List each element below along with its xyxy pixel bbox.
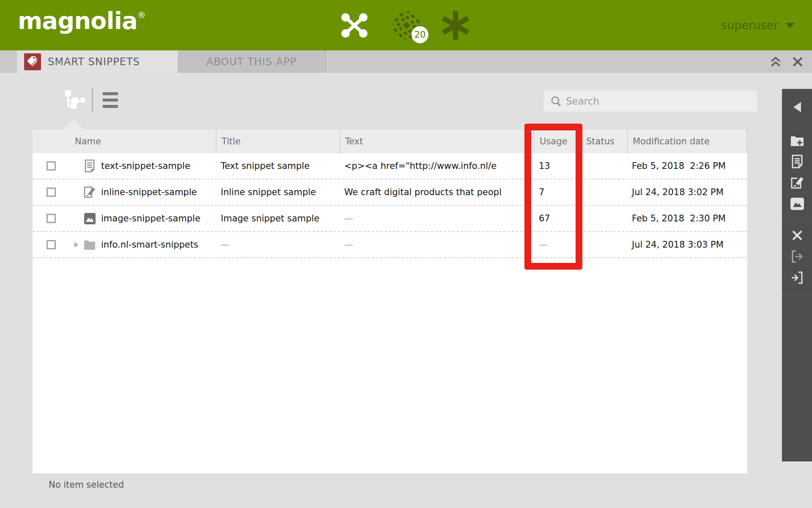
row-name: text-snippet-sample [101,161,190,171]
table-row[interactable]: inline-snippet-sample Inline snippet sam… [33,179,747,206]
list-view-button[interactable] [97,87,123,113]
tab-about-label: ABOUT THIS APP [206,56,296,68]
row-usage: 7 [534,187,580,197]
app-launcher-icon[interactable] [337,0,371,50]
app-header: magnolia® 20 superuser [0,0,812,50]
table-row[interactable]: image-snippet-sample Image snippet sampl… [33,206,747,232]
tree-view-button[interactable] [61,87,88,113]
pulse-badge: 20 [411,26,428,43]
tab-bar: SMART SNIPPETS ABOUT THIS APP [0,50,812,73]
search-input[interactable] [566,96,743,107]
export-icon [791,250,803,263]
active-view-pointer [62,119,85,130]
favorites-asterisk-icon[interactable] [436,0,475,50]
row-text: <p><a href="http://www.info.nl/e [339,161,534,171]
snippets-table: Name Title Text Usage Status Modificatio… [33,130,747,473]
document-icon [83,160,96,172]
tabbar-spacer [326,50,765,73]
image-icon [790,198,804,210]
row-modified: Feb 5, 2018 2:30 PM [627,213,747,224]
delete-button[interactable] [782,225,812,246]
row-title: Text snippet sample [216,161,339,171]
row-checkbox[interactable] [47,240,56,249]
header-status[interactable]: Status [580,130,627,153]
import-icon [791,271,803,284]
row-text: — [339,240,534,250]
row-title: Inline snippet sample [216,187,339,197]
x-nodes-icon [340,13,368,38]
asterisk-icon [440,10,471,41]
add-image-button[interactable] [782,193,812,214]
folder-plus-icon [790,135,804,146]
tab-about-this-app[interactable]: ABOUT THIS APP [178,50,326,73]
row-modified: Feb 5, 2018 2:26 PM [627,161,747,171]
header-title[interactable]: Title [216,130,339,153]
row-modified: Jul 24, 2018 3:03 PM [627,240,747,250]
row-title: Image snippet sample [216,213,339,224]
action-bar [782,89,812,461]
table-header-row: Name Title Text Usage Status Modificatio… [33,130,747,153]
row-name: image-snippet-sample [101,213,200,224]
row-checkbox[interactable] [47,161,56,171]
add-folder-button[interactable] [782,130,812,151]
row-name: inline-snippet-sample [101,187,197,197]
collapse-all-button[interactable] [765,50,787,73]
header-name[interactable]: Name [70,130,216,153]
header-usage[interactable]: Usage [534,130,580,153]
row-text: We craft digital products that peopl [339,187,534,197]
row-checkbox[interactable] [47,188,56,197]
registered-mark: ® [137,10,145,20]
delete-x-icon [792,230,803,241]
view-mode-switcher [61,87,123,113]
edit-button[interactable] [782,172,812,193]
pulse-icon[interactable]: 20 [388,0,425,50]
chevron-down-icon [785,22,795,29]
list-view-icon [103,92,118,108]
row-text: — [339,213,534,224]
row-title: — [216,240,339,250]
status-bar-text: No item selected [49,480,124,490]
actionbar-divider [782,294,812,295]
actionbar-divider [782,221,812,221]
edit-note-icon [83,186,96,199]
export-button[interactable] [782,246,812,267]
row-name: info.nl-smart-snippets [101,240,198,250]
close-icon [793,57,803,67]
tree-view-icon [63,90,85,110]
row-modified: Jul 24, 2018 3:02 PM [627,187,747,197]
document-icon [791,155,803,168]
collapse-actionbar-button[interactable] [782,97,812,118]
snippets-tag-icon [24,53,41,70]
tab-smart-snippets[interactable]: SMART SNIPPETS [17,50,178,73]
row-usage: 13 [534,161,580,171]
header-checkbox-col [33,130,70,153]
search-box[interactable] [544,91,757,112]
row-usage: — [534,240,580,250]
import-button[interactable] [782,267,812,288]
header-text[interactable]: Text [339,130,534,153]
search-icon [551,96,562,107]
row-usage: 67 [534,213,580,224]
magnolia-logo: magnolia® [18,7,145,34]
table-row[interactable]: text-snippet-sample Text snippet sample … [33,153,747,179]
user-menu[interactable]: superuser [721,0,795,50]
expand-caret-icon[interactable] [74,241,79,248]
edit-pencil-icon [790,176,804,189]
row-checkbox[interactable] [47,214,56,223]
table-row[interactable]: info.nl-smart-snippets — — — Jul 24, 201… [33,232,747,258]
folder-icon [83,240,96,250]
close-app-button[interactable] [787,50,809,73]
tab-smart-snippets-label: SMART SNIPPETS [48,56,140,68]
triangle-left-icon [793,102,802,113]
header-modification-date[interactable]: Modification date [627,130,747,153]
user-name: superuser [721,19,778,32]
double-chevron-up-icon [770,56,782,67]
image-icon [83,213,96,224]
add-content-button[interactable] [782,151,812,172]
toolbar-divider [92,88,93,112]
